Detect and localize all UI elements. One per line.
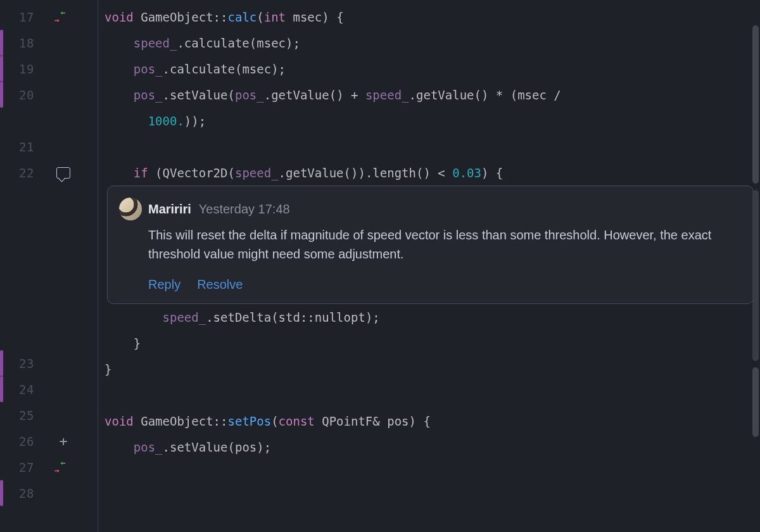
gutter-row[interactable]: 20 bbox=[0, 82, 98, 108]
code-line[interactable]: } bbox=[98, 330, 760, 356]
gutter-row[interactable]: 21 bbox=[0, 134, 98, 160]
line-number: 23 bbox=[6, 357, 34, 370]
gutter-row[interactable]: 22 bbox=[0, 160, 98, 186]
gutter-row[interactable]: 18 bbox=[0, 30, 98, 56]
code-line[interactable]: } bbox=[98, 356, 760, 382]
line-number: 19 bbox=[6, 62, 34, 76]
scrollbar[interactable] bbox=[751, 0, 759, 532]
gutter-row[interactable]: 26 + bbox=[0, 428, 98, 454]
change-marker[interactable] bbox=[0, 350, 3, 376]
scrollbar-thumb[interactable] bbox=[752, 25, 759, 184]
code-line[interactable]: if (QVector2D(speed_.getValue()).length(… bbox=[98, 160, 760, 186]
gutter-row[interactable]: 19 bbox=[0, 56, 98, 82]
gutter-row[interactable]: 24 bbox=[0, 376, 98, 402]
line-number: 20 bbox=[6, 88, 34, 102]
inline-comment-card: Maririri Yesterday 17:48 This will reset… bbox=[107, 186, 754, 304]
code-line[interactable]: pos_.setValue(pos_.getValue() + speed_.g… bbox=[98, 82, 760, 108]
line-number: 22 bbox=[6, 166, 34, 180]
diff-arrows-icon[interactable]: ← → bbox=[54, 10, 72, 25]
code-line[interactable] bbox=[98, 382, 760, 408]
gutter: 17 ← → 18 19 20 21 22 bbox=[0, 0, 98, 532]
gutter-row[interactable]: 27 ← → bbox=[0, 454, 98, 480]
add-icon[interactable]: + bbox=[59, 434, 67, 448]
avatar[interactable] bbox=[119, 198, 142, 220]
comment-header: Maririri Yesterday 17:48 bbox=[119, 198, 739, 220]
line-number: 17 bbox=[6, 10, 34, 24]
code-line[interactable]: pos_.calculate(msec); bbox=[98, 56, 760, 82]
change-marker[interactable] bbox=[0, 376, 3, 402]
diff-arrows-icon[interactable]: ← → bbox=[54, 460, 72, 475]
gutter-spacer bbox=[0, 186, 98, 350]
line-number: 21 bbox=[6, 140, 34, 154]
line-number: 24 bbox=[6, 383, 34, 396]
code-line[interactable]: void GameObject::setPos(const QPointF& p… bbox=[98, 408, 760, 434]
line-number: 28 bbox=[6, 486, 34, 500]
change-marker[interactable] bbox=[0, 56, 3, 82]
code-line[interactable] bbox=[98, 134, 760, 160]
scrollbar-thumb[interactable] bbox=[752, 367, 759, 437]
comment-timestamp: Yesterday 17:48 bbox=[199, 202, 290, 217]
code-content[interactable]: void GameObject::calc(int msec) { speed_… bbox=[98, 0, 760, 532]
comment-actions: Reply Resolve bbox=[148, 277, 739, 292]
change-marker[interactable] bbox=[0, 480, 3, 506]
comment-body: This will reset the delta if magnitude o… bbox=[148, 225, 739, 263]
code-line-wrap[interactable]: 1000.)); bbox=[98, 108, 760, 134]
code-editor: 17 ← → 18 19 20 21 22 bbox=[0, 0, 760, 532]
gutter-row[interactable]: 17 ← → bbox=[0, 4, 98, 30]
gutter-row[interactable]: 25 bbox=[0, 402, 98, 428]
resolve-button[interactable]: Resolve bbox=[197, 277, 243, 292]
scrollbar-marker[interactable] bbox=[752, 190, 759, 361]
code-line[interactable]: speed_.calculate(msec); bbox=[98, 30, 760, 56]
comment-icon[interactable] bbox=[56, 167, 70, 179]
gutter-row[interactable]: 23 bbox=[0, 350, 98, 376]
gutter-row-wrap bbox=[0, 108, 98, 134]
change-marker[interactable] bbox=[0, 82, 3, 108]
comment-author: Maririri bbox=[148, 202, 191, 217]
line-number: 27 bbox=[6, 460, 34, 474]
code-line[interactable]: pos_.setValue(pos); bbox=[98, 434, 760, 460]
reply-button[interactable]: Reply bbox=[148, 277, 180, 292]
code-line[interactable]: void GameObject::calc(int msec) { bbox=[98, 4, 760, 30]
change-marker[interactable] bbox=[0, 30, 3, 56]
gutter-row[interactable]: 28 bbox=[0, 480, 98, 506]
code-line[interactable]: speed_.setDelta(std::nullopt); bbox=[98, 304, 760, 330]
line-number: 18 bbox=[6, 36, 34, 50]
line-number: 25 bbox=[6, 408, 34, 422]
line-number: 26 bbox=[6, 434, 34, 448]
